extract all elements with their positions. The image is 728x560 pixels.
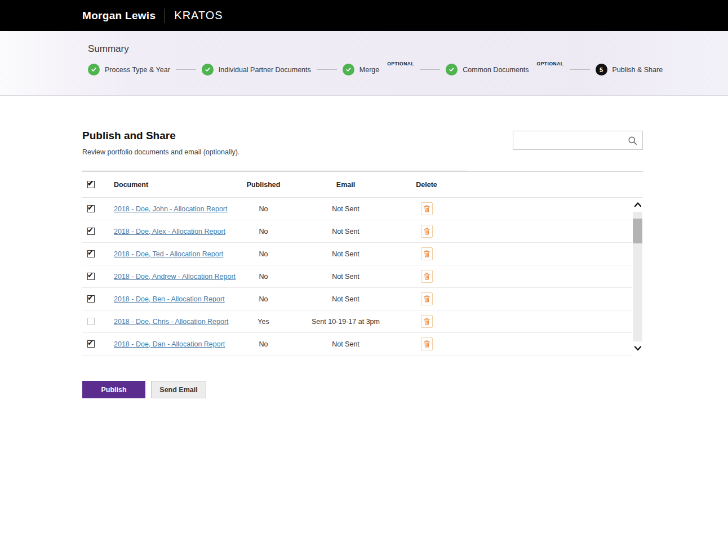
row-checkbox[interactable] (87, 273, 95, 280)
stepper-step-5[interactable]: 5Publish & Share (596, 64, 663, 75)
table-body: 2018 - Doe, John - Allocation ReportNoNo… (82, 198, 643, 355)
trash-icon (423, 227, 430, 235)
column-header-email: Email (304, 181, 387, 189)
document-link[interactable]: 2018 - Doe, Dan - Allocation Report (114, 340, 225, 348)
email-status: Not Sent (304, 250, 387, 258)
delete-button[interactable] (421, 247, 433, 260)
table-header-row: Document Published Email Delete (82, 172, 643, 198)
table-row: 2018 - Doe, Alex - Allocation ReportNoNo… (82, 220, 643, 243)
delete-button[interactable] (421, 202, 433, 215)
row-checkbox[interactable] (87, 250, 95, 257)
action-buttons: Publish Send Email (82, 381, 643, 560)
page-title: Publish and Share (82, 130, 239, 142)
published-status: No (223, 295, 304, 303)
step-complete-check-icon (202, 64, 214, 75)
select-all-checkbox[interactable] (87, 181, 95, 188)
document-link[interactable]: 2018 - Doe, John - Allocation Report (114, 205, 228, 213)
email-status: Not Sent (304, 273, 387, 281)
row-checkbox[interactable] (87, 205, 95, 212)
brand-logo: Morgan Lewis KRATOS (82, 8, 223, 23)
published-status: No (223, 250, 304, 258)
published-status: No (223, 228, 304, 235)
step-number-badge: 5 (596, 64, 607, 75)
search-box (513, 131, 643, 150)
summary-title: Summary (88, 43, 728, 55)
step-label: Common Documents (463, 66, 529, 74)
step-complete-check-icon (446, 64, 458, 75)
search-input[interactable] (513, 131, 627, 149)
page-heading-block: Publish and Share Review portfolio docum… (82, 130, 239, 156)
email-status: Not Sent (304, 295, 387, 303)
table-scrollbar (632, 198, 643, 355)
summary-stepper-band: Summary Process Type & YearIndividual Pa… (0, 31, 728, 96)
column-header-document: Document (101, 181, 223, 189)
column-header-delete: Delete (387, 181, 466, 189)
delete-button[interactable] (421, 315, 433, 328)
search-icon[interactable] (627, 135, 638, 146)
scrollbar-thumb[interactable] (633, 219, 642, 243)
send-email-button[interactable]: Send Email (151, 381, 206, 398)
column-header-published: Published (223, 181, 304, 189)
step-label: Process Type & Year (105, 66, 170, 74)
scrollbar-track[interactable] (633, 212, 642, 341)
step-label: Merge (359, 66, 379, 74)
main-content: Publish and Share Review portfolio docum… (0, 130, 728, 560)
brand-divider (165, 8, 165, 23)
stepper-step-1[interactable]: Process Type & Year (88, 64, 170, 75)
trash-icon (423, 340, 430, 348)
scroll-down-button[interactable] (632, 341, 643, 355)
table-top-rule (82, 171, 468, 171)
table-row: 2018 - Doe, Andrew - Allocation ReportNo… (82, 265, 643, 288)
stepper-step-4[interactable]: Common DocumentsOPTIONAL (446, 64, 563, 75)
brand-name: Morgan Lewis (82, 10, 156, 22)
trash-icon (423, 317, 430, 326)
delete-button[interactable] (421, 270, 433, 283)
delete-button[interactable] (421, 292, 433, 305)
table-row: 2018 - Doe, Chris - Allocation ReportYes… (82, 310, 643, 333)
row-checkbox[interactable] (87, 228, 95, 235)
document-link[interactable]: 2018 - Doe, Andrew - Allocation Report (114, 273, 236, 281)
trash-icon (423, 250, 430, 258)
chevron-down-icon (634, 344, 642, 353)
trash-icon (423, 205, 430, 213)
email-status: Not Sent (304, 340, 387, 348)
documents-table: Document Published Email Delete 2018 - D… (82, 171, 643, 355)
email-status: Not Sent (304, 205, 387, 213)
table-row: 2018 - Doe, Ben - Allocation ReportNoNot… (82, 288, 643, 310)
row-checkbox[interactable] (87, 340, 95, 348)
chevron-up-icon (634, 201, 642, 209)
published-status: Yes (223, 318, 304, 326)
step-complete-check-icon (88, 64, 100, 75)
stepper-connector (176, 69, 196, 70)
page-subtitle: Review portfolio documents and email (op… (82, 148, 239, 156)
document-link[interactable]: 2018 - Doe, Chris - Allocation Report (114, 318, 229, 326)
table-row: 2018 - Doe, John - Allocation ReportNoNo… (82, 198, 643, 220)
stepper-step-2[interactable]: Individual Partner Documents (202, 64, 311, 75)
published-status: No (223, 205, 304, 213)
app-name: KRATOS (174, 9, 223, 22)
step-label: Publish & Share (612, 66, 663, 74)
publish-button[interactable]: Publish (82, 381, 145, 398)
optional-tag: OPTIONAL (387, 61, 414, 66)
email-status: Not Sent (304, 228, 387, 235)
row-checkbox[interactable] (87, 318, 95, 325)
trash-icon (423, 272, 430, 281)
row-checkbox[interactable] (87, 295, 95, 303)
delete-button[interactable] (421, 337, 433, 350)
stepper: Process Type & YearIndividual Partner Do… (88, 64, 728, 75)
trash-icon (423, 295, 430, 303)
stepper-step-3[interactable]: MergeOPTIONAL (343, 64, 414, 75)
scroll-up-button[interactable] (632, 198, 643, 212)
table-row: 2018 - Doe, Ted - Allocation ReportNoNot… (82, 243, 643, 265)
published-status: No (223, 273, 304, 281)
stepper-connector (420, 69, 440, 70)
delete-button[interactable] (421, 225, 433, 238)
email-status: Sent 10-19-17 at 3pm (304, 318, 387, 326)
stepper-connector (317, 69, 337, 70)
document-link[interactable]: 2018 - Doe, Alex - Allocation Report (114, 228, 225, 235)
document-link[interactable]: 2018 - Doe, Ben - Allocation Report (114, 295, 225, 303)
document-link[interactable]: 2018 - Doe, Ted - Allocation Report (114, 250, 223, 258)
step-complete-check-icon (343, 64, 354, 75)
step-label: Individual Partner Documents (219, 66, 311, 74)
stepper-connector (570, 69, 590, 70)
